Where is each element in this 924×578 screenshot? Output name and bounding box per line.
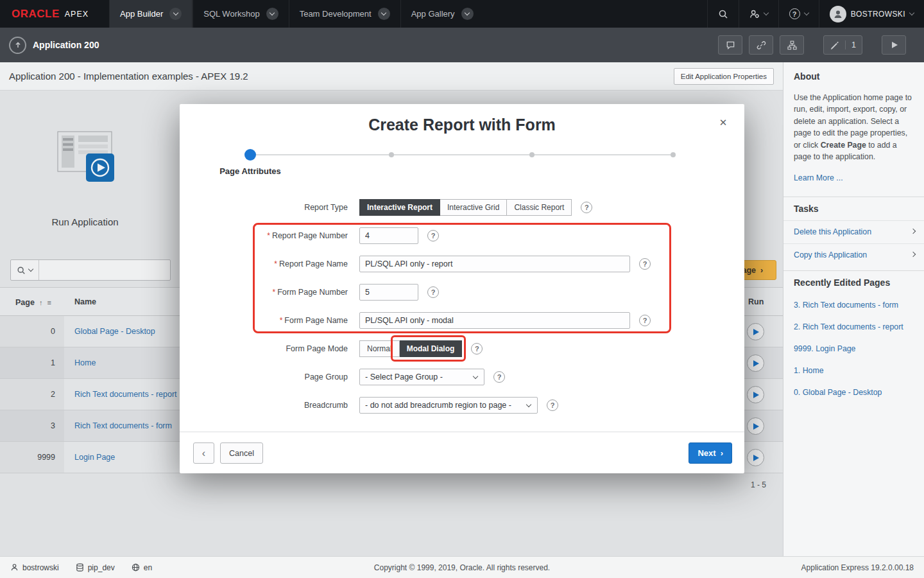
run-page-button[interactable] bbox=[747, 417, 764, 435]
sort-ascending-icon[interactable]: ↑ bbox=[39, 299, 43, 306]
run-application-tile[interactable] bbox=[44, 129, 127, 190]
play-icon bbox=[753, 392, 759, 398]
page-number-cell: 2 bbox=[0, 379, 64, 410]
edit-page-number[interactable]: 1 bbox=[845, 40, 856, 49]
user-menu[interactable]: BOSTROWSKI bbox=[819, 0, 924, 28]
field-form-page-number: *Form Page Number ? bbox=[180, 284, 744, 301]
chevron-glyph bbox=[270, 10, 275, 15]
report-type-interactive-grid[interactable]: Interactive Grid bbox=[440, 199, 507, 216]
task-link[interactable]: Delete this Application bbox=[794, 227, 871, 236]
chevron-down-icon[interactable] bbox=[378, 8, 390, 20]
user-name: BOSTROWSKI bbox=[851, 10, 905, 19]
recent-page-link[interactable]: 9999. Login Page bbox=[794, 338, 914, 360]
column-menu-icon[interactable]: ≡ bbox=[47, 299, 51, 306]
help-icon[interactable]: ? bbox=[581, 202, 592, 213]
form-page-mode-normal[interactable]: Normal bbox=[359, 340, 400, 357]
run-page-button[interactable] bbox=[747, 355, 764, 372]
chevron-down-icon bbox=[803, 10, 809, 15]
about-text: Use the Application home page to run, ed… bbox=[783, 91, 924, 170]
feedback-button[interactable] bbox=[718, 35, 742, 55]
breadcrumb[interactable]: Application 200 bbox=[9, 37, 99, 54]
report-search-field[interactable] bbox=[10, 259, 171, 281]
page-link[interactable]: Home bbox=[74, 358, 96, 367]
help-icon[interactable]: ? bbox=[547, 399, 558, 411]
column-header-page[interactable]: Page ↑ ≡ bbox=[15, 288, 51, 317]
run-page-button[interactable] bbox=[747, 386, 764, 403]
form-page-name-input[interactable] bbox=[359, 312, 630, 329]
run-page-button[interactable] bbox=[882, 35, 906, 55]
page-link[interactable]: Rich Text documents - report bbox=[74, 390, 177, 399]
required-icon: * bbox=[280, 316, 283, 325]
shared-components-button[interactable] bbox=[780, 35, 804, 55]
report-page-number-input[interactable] bbox=[359, 227, 418, 244]
page-link[interactable]: Rich Text documents - form bbox=[74, 421, 172, 430]
task-link[interactable]: Copy this Application bbox=[794, 250, 867, 259]
page-header: Application 200 - Implementation example… bbox=[0, 62, 783, 91]
footer-database[interactable]: pip_dev bbox=[76, 563, 115, 572]
avatar bbox=[830, 6, 846, 22]
footer-language[interactable]: en bbox=[132, 563, 152, 572]
column-header-name[interactable]: Name bbox=[74, 288, 96, 317]
close-icon[interactable]: ✕ bbox=[716, 116, 730, 130]
learn-more-link[interactable]: Learn More ... bbox=[783, 170, 924, 193]
tab-app-builder[interactable]: App Builder bbox=[109, 0, 193, 28]
page-group-select[interactable]: - Select Page Group - bbox=[359, 369, 484, 385]
run-page-button[interactable] bbox=[747, 323, 764, 340]
breadcrumb-select[interactable]: - do not add breadcrumb region to page - bbox=[359, 397, 538, 414]
tab-app-gallery[interactable]: App Gallery bbox=[400, 0, 484, 28]
help-icon[interactable]: ? bbox=[427, 286, 439, 298]
help-icon[interactable]: ? bbox=[639, 315, 651, 326]
recent-page-link[interactable]: 3. Rich Text documents - form bbox=[794, 294, 914, 316]
report-type-interactive-report[interactable]: Interactive Report bbox=[359, 199, 440, 216]
search-options-button[interactable] bbox=[11, 260, 39, 280]
task-copy-application[interactable]: Copy this Application bbox=[783, 243, 924, 267]
about-heading: About bbox=[783, 62, 924, 91]
footer-user[interactable]: bostrowski bbox=[10, 563, 59, 572]
recent-page-link[interactable]: 1. Home bbox=[794, 360, 914, 381]
report-type-classic-report[interactable]: Classic Report bbox=[507, 199, 572, 216]
required-icon: * bbox=[273, 288, 276, 297]
form-page-number-input[interactable] bbox=[359, 284, 418, 301]
wizard-step-dot bbox=[389, 152, 394, 157]
recent-page-link[interactable]: 2. Rich Text documents - report bbox=[794, 316, 914, 338]
shortcuts-button[interactable] bbox=[749, 35, 773, 55]
field-label: Form Page Mode bbox=[180, 340, 348, 357]
field-breadcrumb: Breadcrumb - do not add breadcrumb regio… bbox=[180, 397, 744, 414]
chevron-down-icon[interactable] bbox=[169, 8, 182, 20]
oracle-apex-logo[interactable]: ORACLE APEX bbox=[0, 0, 109, 28]
help-icon[interactable]: ? bbox=[471, 343, 483, 355]
run-page-button[interactable] bbox=[747, 449, 764, 466]
admin-user-icon bbox=[749, 9, 760, 19]
play-icon bbox=[892, 42, 898, 48]
help-menu[interactable]: ? bbox=[778, 0, 819, 28]
report-page-name-input[interactable] bbox=[359, 256, 630, 272]
page-link[interactable]: Global Page - Desktop bbox=[74, 327, 155, 336]
help-icon[interactable]: ? bbox=[493, 371, 505, 383]
task-delete-application[interactable]: Delete this Application bbox=[783, 220, 924, 243]
run-application-label[interactable]: Run Application bbox=[22, 216, 148, 227]
tab-team-development[interactable]: Team Development bbox=[289, 0, 400, 28]
top-navigation: ORACLE APEX App Builder SQL Workshop Tea… bbox=[0, 0, 924, 28]
up-level-icon[interactable] bbox=[9, 37, 26, 54]
chevron-down-icon[interactable] bbox=[266, 8, 278, 20]
field-report-page-number: *Report Page Number ? bbox=[180, 227, 744, 244]
help-icon[interactable]: ? bbox=[639, 258, 651, 270]
administration-menu[interactable] bbox=[739, 0, 778, 28]
tasks-section: Tasks Delete this Application Copy this … bbox=[783, 197, 924, 267]
tab-sql-workshop[interactable]: SQL Workshop bbox=[193, 0, 288, 28]
form-page-mode-modal-dialog[interactable]: Modal Dialog bbox=[400, 340, 463, 357]
field-label: Report Page Name bbox=[279, 259, 348, 268]
next-button[interactable]: Next › bbox=[689, 442, 732, 464]
recent-page-link[interactable]: 0. Global Page - Desktop bbox=[794, 381, 914, 403]
tab-label: Team Development bbox=[300, 9, 372, 19]
chevron-down-icon[interactable] bbox=[461, 8, 474, 20]
help-icon[interactable]: ? bbox=[427, 230, 439, 241]
previous-step-button[interactable]: ‹ bbox=[193, 442, 214, 464]
search-button[interactable] bbox=[707, 0, 739, 28]
required-icon: * bbox=[274, 259, 277, 268]
page-link[interactable]: Login Page bbox=[74, 453, 115, 462]
database-icon bbox=[76, 563, 84, 572]
edit-page-button[interactable]: 1 bbox=[823, 35, 862, 55]
edit-application-properties-button[interactable]: Edit Application Properties bbox=[674, 68, 774, 85]
cancel-button[interactable]: Cancel bbox=[220, 442, 263, 464]
